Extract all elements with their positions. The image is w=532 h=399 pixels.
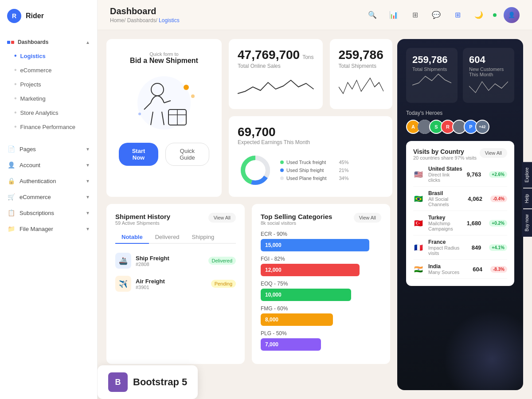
quick-guide-button[interactable]: Quick Guide xyxy=(165,143,209,166)
tab-delivered[interactable]: Delivered xyxy=(149,231,186,244)
stats-area: 47,769,700 Tons Total Online Sales xyxy=(229,39,392,197)
sidebar-item-ecommerce-nav[interactable]: 🛒 eCommerce ▼ xyxy=(0,189,97,205)
app-logo[interactable]: R Rider xyxy=(0,0,97,32)
tab-shipping[interactable]: Shipping xyxy=(186,231,221,244)
dark-mode-icon[interactable]: 🌙 xyxy=(472,8,486,22)
buy-now-button[interactable]: Buy now xyxy=(522,209,532,237)
sidebar-item-subscriptions[interactable]: 📋 Subscriptions ▼ xyxy=(0,205,97,221)
app-name: Rider xyxy=(26,12,44,20)
bar-label: ECR - 90% xyxy=(261,231,381,237)
shipment-header: Shipment History 59 Active Shipments Vie… xyxy=(115,213,236,226)
ship-freight-id: #2808 xyxy=(136,262,204,267)
sidebar-item-authentication[interactable]: 🔒 Authentication ▼ xyxy=(0,173,97,189)
total-shipments-label: Total Shipments xyxy=(339,63,383,69)
top-row: Quick form to Bid a New Shipment xyxy=(106,39,390,197)
country-source: Direct link clicks xyxy=(428,172,462,183)
content-left: Quick form to Bid a New Shipment xyxy=(106,39,390,390)
ship-freight-icon: 🚢 xyxy=(115,253,131,269)
sidebar-item-file-manager[interactable]: 📁 File Manager ▼ xyxy=(0,221,97,237)
pages-chevron: ▼ xyxy=(86,147,90,152)
shipment-item-1: 🚢 Ship Freight #2808 Delivered xyxy=(115,249,236,272)
sidebar-item-finance[interactable]: Finance Performance xyxy=(0,120,97,134)
country-source: All Social Channels xyxy=(428,196,463,207)
total-sales-value: 47,769,700 xyxy=(238,48,300,62)
shipment-view-all[interactable]: View All xyxy=(208,213,236,223)
shipment-tabs: Notable Delivered Shipping xyxy=(115,231,236,244)
total-shipments-card: 259,786 Total Shipments xyxy=(330,39,392,109)
subscriptions-chevron: ▼ xyxy=(86,211,90,215)
file-manager-icon: 📁 xyxy=(7,225,15,233)
bar-label: PLG - 50% xyxy=(261,330,381,336)
top-stats-row: 47,769,700 Tons Total Online Sales xyxy=(229,39,392,109)
shipment-history-card: Shipment History 59 Active Shipments Vie… xyxy=(106,204,245,364)
sidebar-item-store-analytics[interactable]: Store Analytics xyxy=(0,106,97,120)
earnings-value: 69,700 xyxy=(238,125,276,139)
user-avatar[interactable]: 👤 xyxy=(504,7,520,23)
bar-track: 15,000 xyxy=(261,239,369,251)
help-button[interactable]: Help xyxy=(522,188,532,208)
flag-icon: 🇫🇷 xyxy=(413,243,424,251)
air-freight-id: #3901 xyxy=(136,285,207,290)
sidebar-item-ecommerce[interactable]: eCommerce xyxy=(0,63,97,77)
right-stat-shipments: 259,786 Total Shipments xyxy=(406,48,458,103)
bootstrap-icon: B xyxy=(108,372,128,392)
top-selling-card: Top Selling Categories 8k social visitor… xyxy=(252,204,390,364)
bar-chart: ECR - 90% 15,000 FGI - 82% 12,000 EOQ - … xyxy=(261,231,381,351)
country-source: Impact Radius visits xyxy=(428,245,467,256)
sidebar-item-account[interactable]: 👤 Account ▼ xyxy=(0,157,97,173)
bar-track: 12,000 xyxy=(261,264,360,276)
visits-header: Visits by Country 20 countries share 97%… xyxy=(413,148,507,160)
country-value: 9,763 xyxy=(467,171,481,178)
chat-icon[interactable]: 💬 xyxy=(429,8,443,22)
side-buttons: Explore Help Buy now xyxy=(522,162,532,237)
dashboards-group-title: Dashboards xyxy=(7,39,48,45)
top-selling-header: Top Selling Categories 8k social visitor… xyxy=(261,213,381,226)
status-dot xyxy=(493,13,497,17)
freight-legend: Used Truck freight 45% Used Ship freight xyxy=(280,160,349,181)
content-wrapper: Quick form to Bid a New Shipment xyxy=(98,30,532,399)
sidebar-item-pages[interactable]: 📄 Pages ▼ xyxy=(0,141,97,157)
total-shipments-value: 259,786 xyxy=(339,48,383,62)
explore-button[interactable]: Explore xyxy=(522,162,532,188)
sidebar-item-logistics[interactable]: Logistics xyxy=(0,49,97,63)
heroes-avatars: A S R P +42 xyxy=(406,120,514,134)
account-icon: 👤 xyxy=(7,161,15,169)
dashboards-group-header[interactable]: Dashboards ▲ xyxy=(0,35,97,49)
ecommerce-icon: 🛒 xyxy=(7,193,15,201)
visits-view-all[interactable]: View All xyxy=(480,148,507,158)
flag-icon: 🇮🇳 xyxy=(413,265,424,273)
file-manager-chevron: ▼ xyxy=(86,227,90,231)
shipment-title: Shipment History xyxy=(115,213,170,220)
pages-icon: 📄 xyxy=(7,145,15,153)
quick-form-card: Quick form to Bid a New Shipment xyxy=(106,39,222,197)
sidebar-item-marketing[interactable]: Marketing xyxy=(0,91,97,106)
country-row: 🇹🇷 Turkey Mailchimp Campaigns 1,680 +0.2… xyxy=(413,211,507,235)
ship-freight-info: Ship Freight #2808 xyxy=(136,255,204,267)
tab-notable[interactable]: Notable xyxy=(115,231,149,244)
bar-label: EOQ - 75% xyxy=(261,281,381,287)
grid-icon[interactable]: ⊞ xyxy=(450,8,465,22)
chart-icon[interactable]: 📊 xyxy=(387,8,401,22)
top-selling-view-all[interactable]: View All xyxy=(354,213,381,223)
quick-form-subtitle: Quick form to xyxy=(149,51,178,57)
country-name: France xyxy=(428,239,467,245)
right-shipments-value: 259,786 xyxy=(412,54,451,66)
dark-blob xyxy=(443,310,523,390)
right-stat-customers: 604 New Customers This Month xyxy=(463,48,514,103)
apps-icon[interactable]: ⊞ xyxy=(408,8,422,22)
start-now-button[interactable]: Start Now xyxy=(119,143,158,166)
quick-form-title: Bid a New Shipment xyxy=(130,57,198,65)
topbar-actions: 🔍 📊 ⊞ 💬 ⊞ 🌙 👤 xyxy=(365,7,520,23)
bar-track: 7,000 xyxy=(261,338,321,351)
air-freight-info: Air Freight #3901 xyxy=(136,278,207,290)
country-row: 🇮🇳 India Many Sources 604 -8.3% xyxy=(413,260,507,279)
air-freight-name: Air Freight xyxy=(136,278,207,285)
search-icon[interactable]: 🔍 xyxy=(365,8,379,22)
country-name: United States xyxy=(428,166,462,172)
sidebar-item-projects[interactable]: Projects xyxy=(0,77,97,91)
bar-row: PLG - 50% 7,000 xyxy=(261,330,381,351)
ship-freight-name: Ship Freight xyxy=(136,255,204,262)
plane-dot xyxy=(280,176,284,180)
page-title: Dashboard xyxy=(110,6,180,16)
country-name: Brasil xyxy=(428,190,463,196)
